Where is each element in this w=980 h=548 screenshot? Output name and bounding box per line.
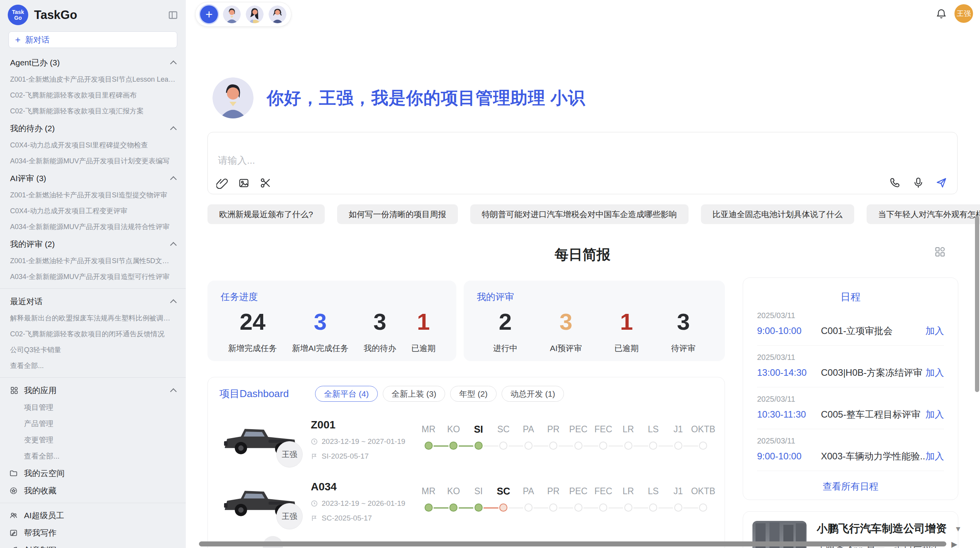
user-avatar[interactable]: 王强	[954, 4, 973, 23]
feather-pen-icon	[9, 546, 18, 548]
sidebar-collapse-icon[interactable]	[168, 10, 178, 20]
image-icon[interactable]	[238, 177, 250, 189]
section-my-todo[interactable]: 我的待办 (2)	[0, 119, 186, 137]
sidebar-task-item[interactable]: A034-全新新能源MUV产品开发项目计划变更表编写	[0, 153, 186, 169]
sidebar-task-item[interactable]: Z001-全新燃油轻卡产品开发项目SI造型提交物评审	[0, 187, 186, 203]
sidebar-task-item[interactable]: A034-全新新能源MUV产品开发项目法规符合性评审	[0, 219, 186, 235]
sidebar-task-item[interactable]: C0X4-动力总成开发项目SI里程碑提交物检查	[0, 137, 186, 153]
milestone-dot	[425, 503, 433, 512]
milestone: OKTB	[691, 423, 716, 450]
join-meeting-link[interactable]: 加入	[925, 450, 944, 462]
sidebar-task-item[interactable]: C0X4-动力总成开发项目工程变更评审	[0, 203, 186, 219]
session-avatar-3[interactable]	[269, 5, 286, 23]
section-title: 最近对话	[10, 296, 43, 307]
app-logo: Task Go	[8, 5, 28, 25]
horizontal-scrollbar[interactable]	[199, 541, 946, 546]
project-row[interactable]: 王强 A034 2023-12-19 ~ 2026-01-19	[219, 478, 713, 526]
suggestion-chip[interactable]: 比亚迪全固态电池计划具体说了什么	[701, 204, 854, 224]
project-row[interactable]: 王强 Z001 2023-12-19 ~ 2027-01-19	[219, 416, 713, 464]
milestone-dot	[674, 503, 682, 512]
new-session-button[interactable]: +	[200, 5, 218, 23]
sidebar-item-help-write[interactable]: 帮我写作	[0, 524, 186, 541]
new-chat-label: 新对话	[25, 34, 50, 45]
session-avatar-1[interactable]	[223, 5, 241, 23]
greeting-text: 你好，王强，我是你的项目管理助理 小识	[267, 87, 585, 110]
plus-icon: +	[15, 35, 21, 45]
section-ai-review[interactable]: AI评审 (3)	[0, 169, 186, 187]
section-my-review[interactable]: 我的评审 (2)	[0, 235, 186, 253]
folder-icon	[9, 469, 18, 478]
join-meeting-link[interactable]: 加入	[925, 408, 944, 421]
chevron-up-icon	[170, 299, 177, 306]
sidebar-task-item[interactable]: C02-飞腾新能源轻客改款项目立项汇报方案	[0, 103, 186, 119]
view-all-schedule-link[interactable]: 查看所有日程	[757, 471, 944, 502]
app-item-change-mgmt[interactable]: 变更管理	[0, 432, 186, 448]
suggestion-chip[interactable]: 如何写一份清晰的项目周报	[337, 204, 458, 224]
recent-chat-item[interactable]: C02-飞腾新能源轻客改款项目的闭环通告反馈情况	[0, 326, 186, 342]
tab-new-platform[interactable]: 全新平台 (4)	[315, 386, 378, 402]
suggestion-chip[interactable]: 欧洲新规最近颁布了什么?	[207, 204, 325, 224]
stat-value: 24	[228, 308, 277, 335]
join-meeting-link[interactable]: 加入	[925, 366, 944, 379]
stat-value: 3	[363, 308, 396, 335]
sidebar-item-ai-employee[interactable]: AI超级员工	[0, 507, 186, 524]
session-avatar-2[interactable]	[246, 5, 264, 23]
paperclip-icon[interactable]	[216, 177, 228, 189]
chevron-up-icon	[170, 60, 177, 67]
stat-my-todo: 3 我的待办	[363, 308, 396, 354]
app-item-product-mgmt[interactable]: 产品管理	[0, 416, 186, 432]
sidebar-task-item[interactable]: Z001-全新燃油皮卡产品开发项目SI节点Lesson Learn报告	[0, 72, 186, 87]
tab-new-body[interactable]: 全新上装 (3)	[383, 386, 445, 402]
milestone-stepper: MR KO SI SC PA PR PEC FEC LR LS J1 OKTB	[416, 423, 716, 450]
tab-model-year[interactable]: 年型 (2)	[450, 386, 497, 402]
apps-grid-icon	[10, 386, 19, 395]
join-meeting-link[interactable]: 加入	[925, 325, 944, 337]
phone-icon[interactable]	[889, 177, 901, 188]
microphone-icon[interactable]	[912, 177, 924, 188]
sidebar-task-item[interactable]: C02-飞腾新能源轻客改款项目里程碑画布	[0, 87, 186, 103]
stat-label: 待评审	[671, 343, 696, 354]
milestone: OKTB	[691, 485, 716, 512]
scroll-right-arrow[interactable]: ▶	[951, 539, 957, 548]
sidebar-header: Task Go TaskGo	[0, 0, 186, 29]
schedule-date: 2025/03/11	[757, 311, 944, 320]
vertical-scrollbar[interactable]	[975, 216, 979, 392]
milestone-dot	[549, 442, 557, 450]
scroll-down-arrow[interactable]: ▼	[954, 525, 962, 533]
app-item-project-mgmt[interactable]: 项目管理	[0, 399, 186, 416]
favorites-label: 我的收藏	[24, 485, 57, 496]
send-icon[interactable]	[935, 177, 947, 188]
task-progress-card: 任务进度 24 新增完成任务 3 新增AI完成任务 3 我的待办 1 已逾期	[207, 281, 456, 361]
section-agent-done[interactable]: Agent已办 (3)	[0, 53, 186, 72]
chevron-up-icon	[170, 126, 177, 133]
dashboard-title: 项目Dashboard	[219, 387, 289, 401]
stat-label: 已逾期	[411, 343, 435, 354]
sidebar-item-creative-draw[interactable]: 创意制图	[0, 541, 186, 548]
milestone-dot	[499, 442, 507, 450]
suggestion-chip[interactable]: 特朗普可能对进口汽车增税会对中国车企造成哪些影响	[470, 204, 689, 224]
sidebar-item-favorites[interactable]: 我的收藏	[0, 482, 186, 499]
schedule-item: 2025/03/11 9:00-10:00 X003-车辆动力学性能验... 加…	[757, 429, 944, 471]
sidebar-item-cloud-space[interactable]: 我的云空间	[0, 464, 186, 482]
stats-row: 2 进行中 3 AI预评审 1 已逾期 3 待评审	[477, 308, 712, 354]
new-chat-button[interactable]: + 新对话	[9, 31, 177, 48]
briefing-title: 每日简报	[207, 245, 958, 264]
tab-powertrain[interactable]: 动总开发 (1)	[502, 386, 564, 402]
section-recent-chats[interactable]: 最近对话	[0, 292, 186, 310]
sidebar-task-item[interactable]: A034-全新新能源MUV产品开发项目造型可行性评审	[0, 269, 186, 285]
view-all-apps-link[interactable]: 查看全部...	[0, 448, 186, 464]
briefing-layout-icon[interactable]	[934, 246, 946, 258]
view-all-chats-link[interactable]: 查看全部...	[0, 358, 186, 374]
sidebar-task-item[interactable]: Z001-全新燃油轻卡产品开发项目SI节点属性5D文件评审	[0, 253, 186, 269]
recent-chat-item[interactable]: 公司Q3轻卡销量	[0, 342, 186, 358]
notifications-bell-icon[interactable]	[936, 8, 947, 19]
suggestion-chip[interactable]: 当下年轻人对汽车外观有怎样的喜好趋势	[867, 204, 980, 224]
section-my-apps[interactable]: 我的应用	[0, 381, 186, 399]
milestone-dot	[699, 442, 707, 450]
scissors-icon[interactable]	[260, 177, 271, 189]
recent-chat-item[interactable]: 解释最新出台的欧盟报废车法规再生塑料比例被调至15%...	[0, 310, 186, 326]
chat-input[interactable]	[218, 155, 760, 166]
stat-ai-done: 3 新增AI完成任务	[292, 308, 349, 354]
schedule-date: 2025/03/11	[757, 437, 944, 445]
schedule-title: 日程	[757, 290, 944, 304]
